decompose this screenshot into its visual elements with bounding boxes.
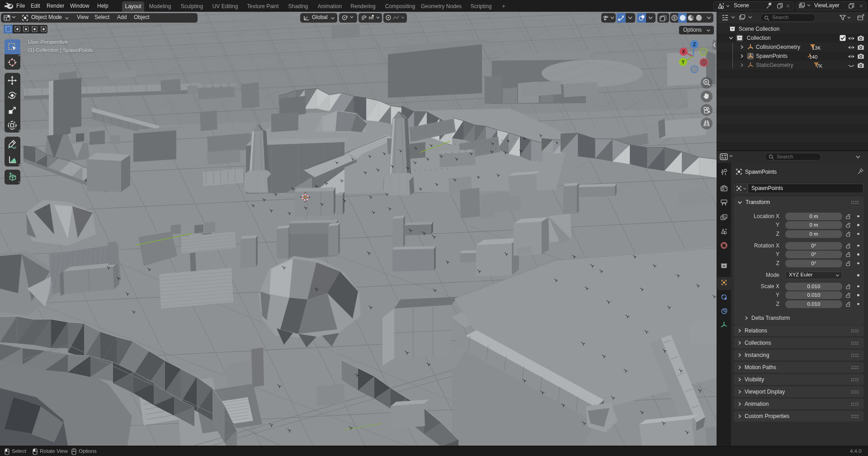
svg-text:X: X <box>682 49 685 54</box>
svg-text:Z: Z <box>693 42 696 47</box>
svg-text:Y: Y <box>682 60 685 65</box>
